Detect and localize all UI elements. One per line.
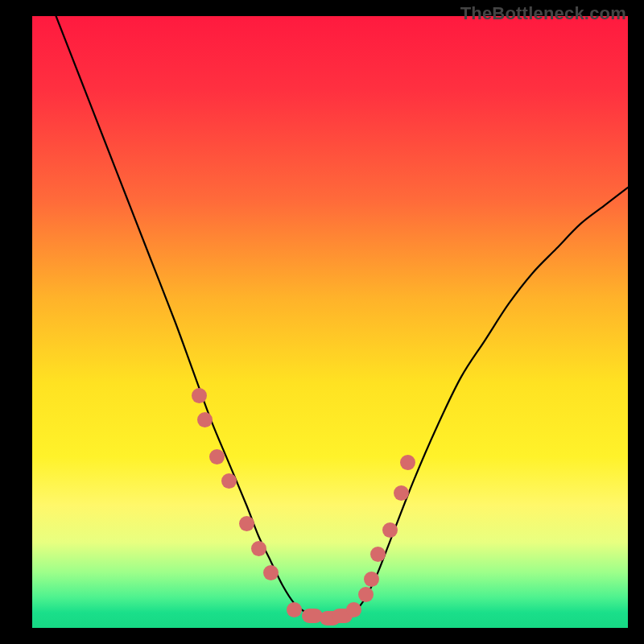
plot-area bbox=[32, 16, 628, 628]
marker-dot bbox=[192, 388, 207, 403]
marker-dot bbox=[251, 541, 266, 556]
chart-frame: TheBottleneck.com bbox=[0, 0, 644, 644]
marker-dot bbox=[400, 455, 415, 470]
marker-dot bbox=[209, 449, 225, 464]
marker-dot bbox=[370, 547, 386, 562]
marker-dot bbox=[263, 565, 279, 580]
marker-dot bbox=[287, 602, 302, 617]
marker-dot bbox=[346, 602, 361, 617]
marker-dot bbox=[382, 522, 398, 538]
marker-dot bbox=[221, 473, 237, 489]
marker-dot bbox=[358, 587, 374, 602]
background-gradient bbox=[32, 16, 628, 628]
marker-dot bbox=[364, 572, 379, 587]
svg-rect-0 bbox=[32, 16, 628, 628]
watermark: TheBottleneck.com bbox=[460, 3, 626, 24]
